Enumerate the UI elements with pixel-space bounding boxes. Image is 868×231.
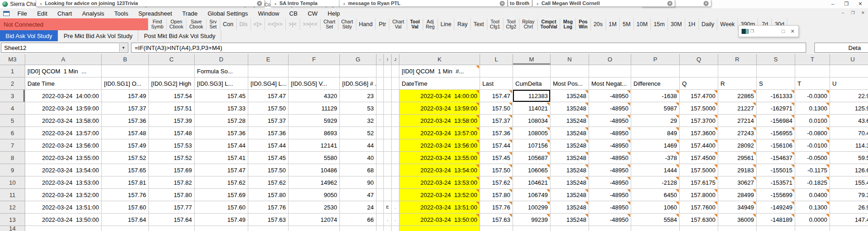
cell-A13[interactable]: 2022-03-24 13:50:00 xyxy=(25,214,102,226)
cell-J10[interactable] xyxy=(392,176,399,189)
cell-T4[interactable]: 0.1300 xyxy=(795,102,830,115)
close-icon[interactable]: ✕ xyxy=(853,0,867,7)
cell-F14[interactable] xyxy=(289,226,340,231)
cell-C2[interactable]: [ID0.SG2] High xyxy=(149,77,195,90)
cell-T3[interactable]: -0.0300 xyxy=(795,90,830,102)
cell-A9[interactable]: 2022-03-24 13:54:00 xyxy=(25,164,102,176)
close-icon[interactable]: ✕ xyxy=(704,1,709,6)
row-header-5[interactable]: 5 xyxy=(0,115,25,127)
cell-R1[interactable] xyxy=(718,65,757,77)
cell-I7[interactable] xyxy=(384,139,392,152)
cell-M14[interactable] xyxy=(513,226,551,231)
cell-L10[interactable]: 157.62 xyxy=(480,176,513,189)
cell-Q2[interactable]: Q xyxy=(680,77,718,90)
row-header-14[interactable]: 14 xyxy=(0,226,25,231)
cell-G2[interactable]: [ID0.SG6] # ... xyxy=(340,77,377,90)
cell-H13[interactable] xyxy=(377,214,384,226)
menu-file[interactable]: File xyxy=(12,10,32,17)
cell-C8[interactable]: 157.52 xyxy=(149,152,195,164)
menu-chart[interactable]: Chart xyxy=(52,10,77,17)
column-header-D[interactable]: D xyxy=(195,54,248,65)
cell-Q9[interactable]: 157.5000 xyxy=(680,164,718,176)
cell-N2[interactable]: Most Pos... xyxy=(551,77,589,90)
minimize-icon[interactable]: – xyxy=(826,0,840,7)
cell-H12[interactable] xyxy=(377,201,384,214)
toolbar-button-tool-val[interactable]: ToolVal xyxy=(407,18,423,30)
cell-R12[interactable]: 34949 xyxy=(718,201,757,214)
tab-bid-ask-vol-study[interactable]: Bid Ask Vol Study xyxy=(0,30,58,41)
cell-M10[interactable]: 104621 xyxy=(513,176,551,189)
column-header-J[interactable]: J xyxy=(392,54,399,65)
cell-M9[interactable]: 106065 xyxy=(513,164,551,176)
cell-F7[interactable]: 12141 xyxy=(289,139,340,152)
cell-J6[interactable] xyxy=(392,127,399,139)
cell-U11[interactable]: 79.37 xyxy=(830,189,868,201)
cell-J9[interactable] xyxy=(392,164,399,176)
cell-S7[interactable]: -156106 xyxy=(757,139,795,152)
cell-M13[interactable]: 99239 xyxy=(513,214,551,226)
cell-D11[interactable]: 157.69 xyxy=(195,189,248,201)
cell-R7[interactable]: 28092 xyxy=(718,139,757,152)
cell-J4[interactable] xyxy=(392,102,399,115)
toolbar-button-1h[interactable]: 1H xyxy=(685,18,699,30)
cell-F2[interactable]: [ID0.SG5] V... xyxy=(289,77,340,90)
cell-E13[interactable]: 157.63 xyxy=(248,214,289,226)
cell-U3[interactable]: 22.92 xyxy=(830,90,868,102)
close-icon[interactable]: ✕ xyxy=(257,1,262,6)
cell-L6[interactable]: 157.36 xyxy=(480,127,513,139)
cell-Q5[interactable]: 157.3700 xyxy=(680,115,718,127)
floating-mini-window[interactable]: ❐ □ ✕ xyxy=(738,25,799,37)
cell-E14[interactable] xyxy=(248,226,289,231)
toolbar-button-5m[interactable]: 5M xyxy=(620,18,633,30)
menu-cb[interactable]: CB xyxy=(284,10,303,17)
cell-S11[interactable]: -155699 xyxy=(757,189,795,201)
cell-D14[interactable] xyxy=(195,226,248,231)
toolbar-button-dis[interactable]: Dis xyxy=(237,18,251,30)
cell-B6[interactable]: 157.48 xyxy=(102,127,149,139)
cell-I13[interactable]: . xyxy=(384,214,392,226)
tab-post-mkt-bid-ask-vol-study[interactable]: Post Mkt Bid Ask Vol Study xyxy=(138,30,221,41)
toolbar-button-tool-cfg1[interactable]: ToolCfg1 xyxy=(487,18,503,30)
cell-O12[interactable]: -48950 xyxy=(589,201,631,214)
cell-O8[interactable]: -48950 xyxy=(589,152,631,164)
cell-H14[interactable] xyxy=(377,226,384,231)
cell-C9[interactable]: 157.69 xyxy=(149,164,195,176)
cell-F13[interactable]: 12074 xyxy=(289,214,340,226)
cell-F6[interactable]: 8693 xyxy=(289,127,340,139)
toolbar-button-find-symb[interactable]: FindSymb xyxy=(148,18,167,30)
mdi-close-icon[interactable]: ✕ xyxy=(858,10,868,16)
cell-M3[interactable]: 112383 xyxy=(513,90,551,102)
cell-O5[interactable]: -48950 xyxy=(589,115,631,127)
toolbar-button-srv-set[interactable]: SrvSet xyxy=(207,18,220,30)
toolbar-button-tool-cfg2[interactable]: ToolCfg2 xyxy=(503,18,519,30)
cell-C7[interactable]: 157.53 xyxy=(149,139,195,152)
cell-H6[interactable] xyxy=(377,127,384,139)
cell-U10[interactable]: 155.40 xyxy=(830,176,868,189)
cell-U14[interactable] xyxy=(830,226,868,231)
cell-L3[interactable]: 157.47 xyxy=(480,90,513,102)
cell-T1[interactable] xyxy=(795,65,830,77)
row-header-4[interactable]: 4 xyxy=(0,102,25,115)
menu-cw[interactable]: CW xyxy=(303,10,323,17)
cell-S13[interactable]: -148189 xyxy=(757,214,795,226)
menu-window[interactable]: Window xyxy=(253,10,284,17)
cell-S2[interactable]: S xyxy=(757,77,795,90)
close-icon[interactable]: ✕ xyxy=(500,1,505,6)
cell-L7[interactable]: 157.44 xyxy=(480,139,513,152)
cell-E9[interactable]: 157.50 xyxy=(248,164,289,176)
cell-U6[interactable]: 70.46 xyxy=(830,127,868,139)
cell-K10[interactable]: 2022-03-24 13:53:00 xyxy=(399,176,480,189)
cell-L12[interactable]: 157.76 xyxy=(480,201,513,214)
notification-popup-sa-intro-templa[interactable]: ▲SA Intro Templa xyxy=(270,0,340,7)
toolbar-button-pos-win[interactable]: PosWin xyxy=(576,18,590,30)
cell-S5[interactable]: -156984 xyxy=(757,115,795,127)
cell-K3[interactable]: 2022-03-24 14:00:00 xyxy=(399,90,480,102)
cell-Q1[interactable] xyxy=(680,65,718,77)
cell-H7[interactable] xyxy=(377,139,384,152)
cell-L9[interactable]: 157.50 xyxy=(480,164,513,176)
close-icon[interactable]: ✕ xyxy=(667,1,672,6)
cell-E5[interactable]: 157.37 xyxy=(248,115,289,127)
notification-popup-message-to-ryan-ptl[interactable]: ▲message to Ryan PTL✕ xyxy=(339,0,508,7)
cell-U1[interactable] xyxy=(830,65,868,77)
cell-I3[interactable] xyxy=(384,90,392,102)
